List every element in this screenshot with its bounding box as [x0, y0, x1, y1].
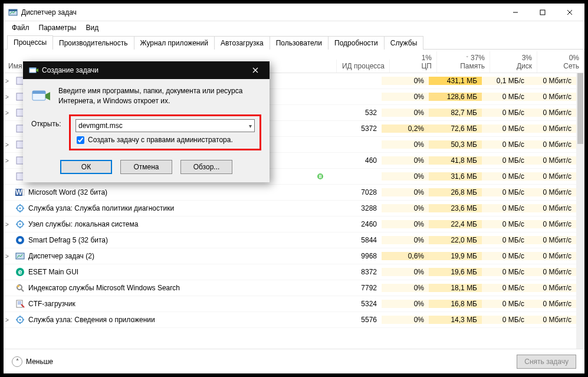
dialog-close-button[interactable]	[244, 61, 267, 79]
table-row[interactable]: Smart Defrag 5 (32 бита)58440%22,0 МБ0 М…	[4, 232, 576, 248]
svg-point-20	[19, 208, 21, 209]
col-memory[interactable]: ˅37%Память	[437, 51, 490, 73]
cell-disk: 0 МБ/с	[482, 316, 529, 324]
svg-rect-15	[321, 175, 322, 178]
cell-pid: 532	[329, 109, 382, 117]
cell-disk: 0 МБ/с	[482, 172, 529, 181]
expand-chevron-icon[interactable]: >	[4, 142, 11, 148]
dialog-intro-text: Введите имя программы, папки, документа …	[58, 86, 261, 106]
cell-pid: 460	[329, 156, 382, 165]
process-name: ESET Main GUI	[28, 268, 78, 276]
col-disk[interactable]: 3%Диск	[490, 51, 537, 73]
expand-chevron-icon[interactable]: >	[4, 253, 11, 260]
menu-file[interactable]: Файл	[7, 22, 34, 33]
open-combobox[interactable]: devmgmt.msc ▾	[75, 119, 255, 132]
cell-network: 0 Мбит/с	[529, 172, 576, 181]
process-icon	[15, 315, 25, 324]
dialog-titlebar[interactable]: Создание задачи	[23, 61, 270, 79]
cell-disk: 0 МБ/с	[482, 220, 529, 228]
cell-cpu: 0%	[382, 188, 429, 196]
maximize-button[interactable]	[529, 4, 556, 21]
process-name: Индексатор службы Microsoft Windows Sear…	[28, 284, 180, 292]
chevron-down-icon[interactable]: ▾	[249, 123, 252, 129]
expand-chevron-icon[interactable]: >	[4, 110, 11, 116]
cell-network: 0 Мбит/с	[529, 140, 576, 149]
menu-view[interactable]: Вид	[81, 22, 103, 33]
expand-chevron-icon[interactable]: >	[4, 78, 11, 84]
cell-disk: 0 МБ/с	[482, 93, 529, 101]
cell-network: 0 Мбит/с	[529, 236, 576, 244]
cell-memory: 82,7 МБ	[429, 109, 482, 117]
tab-performance[interactable]: Производительность	[52, 36, 134, 50]
end-task-button[interactable]: Снять задачу	[517, 355, 576, 369]
admin-checkbox[interactable]: Создать задачу с правами администратора.	[77, 136, 255, 144]
table-row[interactable]: CTF-загрузчик53240%16,8 МБ0 МБ/с0 Мбит/с	[4, 296, 576, 312]
tab-users[interactable]: Пользователи	[270, 36, 329, 50]
cell-memory: 19,6 МБ	[429, 268, 482, 276]
table-row[interactable]: eESET Main GUI83720%19,6 МБ0 МБ/с0 Мбит/…	[4, 264, 576, 280]
svg-point-38	[17, 285, 19, 287]
cell-cpu: 0%	[382, 236, 429, 244]
table-row[interactable]: >Диспетчер задач (2)99680,6%19,9 МБ0 МБ/…	[4, 248, 576, 264]
expand-chevron-icon[interactable]: >	[4, 94, 11, 100]
task-manager-window: Диспетчер задач Файл Параметры Вид Проце…	[4, 4, 584, 373]
cell-cpu: 0%	[382, 300, 429, 308]
col-pid[interactable]: ИД процесса	[337, 60, 390, 73]
vertical-scrollbar[interactable]	[576, 73, 584, 349]
cell-disk: 0 МБ/с	[482, 204, 529, 212]
cell-network: 0 Мбит/с	[529, 220, 576, 228]
cell-memory: 23,6 МБ	[429, 204, 482, 212]
cell-network: 0 Мбит/с	[529, 77, 576, 85]
col-network[interactable]: 0%Сеть	[537, 51, 584, 73]
chevron-up-icon: ˄	[12, 356, 22, 367]
cell-pid: 7028	[329, 188, 382, 196]
svg-point-43	[19, 319, 21, 321]
process-icon	[15, 283, 25, 293]
cell-disk: 0 МБ/с	[482, 188, 529, 196]
cell-cpu: 0%	[382, 109, 429, 117]
cell-network: 0 Мбит/с	[529, 300, 576, 308]
cell-disk: 0 МБ/с	[482, 268, 529, 276]
app-icon	[8, 8, 18, 17]
tab-details[interactable]: Подробности	[328, 36, 385, 50]
titlebar[interactable]: Диспетчер задач	[4, 4, 584, 21]
run-dialog[interactable]: Создание задачи Введите имя программы, п…	[23, 61, 270, 182]
scroll-thumb[interactable]	[577, 73, 583, 144]
table-row[interactable]: Служба узла: Служба политики диагностики…	[4, 201, 576, 217]
cancel-button[interactable]: Отмена	[120, 160, 172, 174]
tab-services[interactable]: Службы	[384, 36, 423, 50]
tabs: Процессы Производительность Журнал прило…	[4, 34, 584, 50]
browse-button[interactable]: Обзор...	[180, 160, 232, 174]
expand-chevron-icon[interactable]: >	[4, 221, 11, 228]
cell-memory: 18,1 МБ	[429, 284, 482, 292]
svg-point-26	[19, 224, 21, 225]
expand-chevron-icon[interactable]: >	[4, 158, 11, 164]
tab-processes[interactable]: Процессы	[7, 35, 53, 50]
col-cpu[interactable]: 1%ЦП	[390, 51, 437, 73]
table-row[interactable]: >Служба узла: Сведения о приложении55760…	[4, 312, 576, 328]
fewer-details-button[interactable]: ˄ Меньше	[12, 356, 53, 367]
cell-cpu: 0%	[382, 93, 429, 101]
table-row[interactable]: WMicrosoft Word (32 бита)70280%26,8 МБ0 …	[4, 185, 576, 201]
cell-cpu: 0,6%	[382, 252, 429, 260]
expand-chevron-icon[interactable]: >	[4, 317, 11, 323]
minimize-button[interactable]	[502, 4, 529, 21]
tab-startup[interactable]: Автозагрузка	[214, 36, 270, 50]
cell-memory: 22,4 МБ	[429, 220, 482, 228]
ok-button[interactable]: ОК	[60, 160, 112, 174]
close-button[interactable]	[556, 4, 583, 21]
cell-network: 0 Мбит/с	[529, 93, 576, 101]
admin-checkbox-input[interactable]	[77, 136, 84, 144]
menu-options[interactable]: Параметры	[34, 22, 81, 33]
cell-network: 0 Мбит/с	[529, 156, 576, 165]
cell-disk: 0 МБ/с	[482, 236, 529, 244]
process-name: Служба узла: Сведения о приложении	[28, 316, 155, 324]
open-label: Открыть:	[31, 114, 64, 128]
table-row[interactable]: >Узел службы: локальная система24600%22,…	[4, 217, 576, 232]
process-icon	[15, 219, 25, 229]
cell-memory: 72,6 МБ	[429, 124, 482, 133]
cell-network: 0 Мбит/с	[529, 252, 576, 260]
table-row[interactable]: Индексатор службы Microsoft Windows Sear…	[4, 280, 576, 296]
svg-point-13	[317, 173, 323, 179]
tab-apphistory[interactable]: Журнал приложений	[134, 36, 215, 50]
